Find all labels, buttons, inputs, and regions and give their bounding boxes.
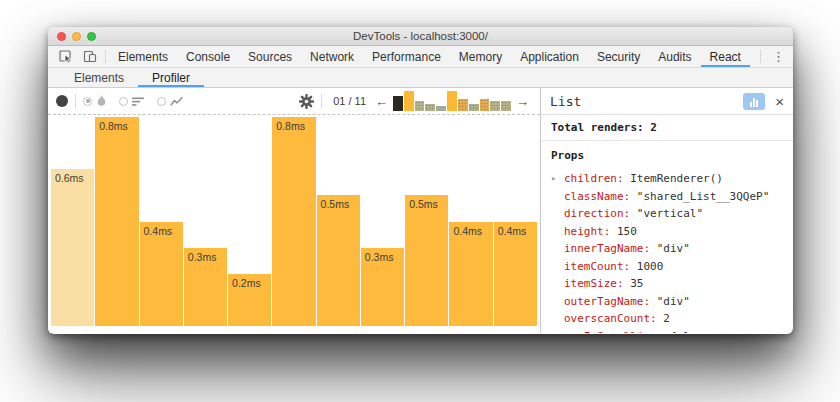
commit-duration-label: 0.4ms [498, 225, 527, 237]
tab-react[interactable]: React [701, 46, 750, 67]
snapshot-mini-bar-4[interactable] [425, 104, 435, 112]
snapshot-mini-bar-6[interactable] [447, 91, 457, 111]
component-details-panel: List × Total renders: 2 Props ▸children:… [540, 88, 793, 333]
snapshot-mini-bar-7[interactable] [458, 99, 468, 112]
commit-duration-label: 0.8ms [276, 120, 305, 132]
commit-duration-label: 0.4ms [144, 225, 173, 237]
prop-name: itemCount: [564, 260, 630, 273]
ranked-chart-icon [132, 96, 145, 107]
tab-audits[interactable]: Audits [649, 46, 700, 67]
radio-selected-icon [83, 97, 92, 106]
commit-bar-9[interactable]: 0.5ms [405, 195, 448, 326]
previous-snapshot-button[interactable]: ← [372, 95, 391, 108]
prop-value: 1000 [630, 260, 663, 273]
prop-value: 2 [657, 312, 670, 325]
prop-row-innerTagName: innerTagName: "div" [551, 240, 793, 258]
panel-header: List × [541, 88, 793, 115]
commit-bar-1[interactable]: 0.6ms [51, 169, 94, 326]
snapshot-mini-bar-11[interactable] [501, 101, 511, 111]
profiler-toolbar: 01 / 11 ← → [48, 88, 540, 115]
device-toolbar-icon[interactable] [78, 46, 102, 67]
prop-name: overscanCount: [564, 312, 657, 325]
tab-sources[interactable]: Sources [239, 46, 301, 67]
flamegraph-view-toggle[interactable] [83, 95, 107, 107]
ranked-view-toggle[interactable] [119, 96, 145, 107]
record-button[interactable] [56, 95, 68, 107]
snapshot-mini-bar-5[interactable] [436, 106, 446, 111]
snapshot-selector[interactable] [393, 91, 511, 111]
commit-duration-label: 0.6ms [55, 172, 84, 184]
commit-bar-6[interactable]: 0.8ms [272, 117, 315, 326]
devtools-window: DevTools - localhost:3000/ ElementsConso… [48, 27, 793, 334]
commit-bar-3[interactable]: 0.4ms [140, 222, 183, 327]
commit-duration-label: 0.4ms [453, 225, 482, 237]
tab-network[interactable]: Network [301, 46, 363, 67]
tab-security[interactable]: Security [588, 46, 649, 67]
titlebar: DevTools - localhost:3000/ [48, 27, 793, 46]
commit-duration-label: 0.3ms [365, 251, 394, 263]
flame-icon [96, 95, 107, 107]
extension-tabbar: ElementsProfiler [48, 68, 793, 88]
inspect-element-icon[interactable] [54, 46, 78, 67]
commit-duration-label: 0.5ms [321, 198, 350, 210]
total-renders: Total renders: 2 [541, 115, 793, 141]
prop-name: className: [564, 190, 630, 203]
tab-application[interactable]: Application [511, 46, 588, 67]
snapshot-counter: 01 / 11 [333, 95, 366, 107]
subtab-elements[interactable]: Elements [60, 68, 138, 87]
prop-row-overscanCount: overscanCount: 2 [551, 310, 793, 328]
settings-gear-icon[interactable] [299, 94, 314, 109]
total-renders-value: 2 [650, 121, 657, 134]
snapshot-mini-bar-8[interactable] [469, 104, 479, 112]
window-title: DevTools - localhost:3000/ [48, 27, 793, 45]
commit-bar-2[interactable]: 0.8ms [95, 117, 138, 326]
commit-duration-label: 0.3ms [188, 251, 217, 263]
tab-elements[interactable]: Elements [109, 46, 177, 67]
kebab-menu-icon[interactable]: ⋮ [764, 46, 793, 67]
interactions-chart-icon [170, 96, 183, 107]
prop-row-children[interactable]: ▸children: ItemRenderer() [551, 170, 793, 188]
prop-row-outerTagName: outerTagName: "div" [551, 293, 793, 311]
prop-value: 150 [610, 225, 637, 238]
commit-bar-10[interactable]: 0.4ms [449, 222, 492, 327]
radio-unselected-icon [119, 97, 128, 106]
commit-bar-4[interactable]: 0.3ms [184, 248, 227, 326]
commit-duration-label: 0.5ms [409, 198, 438, 210]
commit-bar-5[interactable]: 0.2ms [228, 274, 271, 326]
prop-value: "shared_List__3QQeP" [630, 190, 769, 203]
prop-value: "vertical" [630, 207, 703, 220]
divider [321, 94, 322, 109]
prop-name: height: [564, 225, 610, 238]
divider [760, 50, 761, 63]
divider [75, 94, 76, 109]
snapshot-mini-bar-3[interactable] [415, 101, 425, 111]
tab-memory[interactable]: Memory [450, 46, 511, 67]
prop-name: children: [564, 172, 624, 185]
prop-value: false [663, 330, 703, 334]
bar-chart-icon [750, 102, 752, 107]
snapshot-mini-bar-10[interactable] [490, 101, 500, 111]
prop-name: useIsScrolling: [564, 330, 663, 334]
render-chart-button[interactable] [743, 93, 765, 110]
interactions-view-toggle[interactable] [157, 96, 183, 107]
devtools-tabbar: ElementsConsoleSourcesNetworkPerformance… [48, 46, 793, 68]
snapshot-mini-bar-9[interactable] [480, 99, 490, 112]
tab-performance[interactable]: Performance [363, 46, 450, 67]
prop-name: direction: [564, 207, 630, 220]
snapshot-mini-bar-2[interactable] [404, 91, 414, 111]
tab-console[interactable]: Console [177, 46, 239, 67]
commit-bar-11[interactable]: 0.4ms [494, 222, 537, 327]
next-snapshot-button[interactable]: → [513, 95, 532, 108]
prop-row-useIsScrolling: useIsScrolling: false [551, 328, 793, 334]
commit-duration-label: 0.8ms [99, 120, 128, 132]
disclosure-triangle-icon[interactable]: ▸ [551, 170, 556, 188]
prop-row-itemCount: itemCount: 1000 [551, 258, 793, 276]
subtab-profiler[interactable]: Profiler [138, 68, 204, 87]
commit-bar-chart: 0.6ms0.8ms0.4ms0.3ms0.2ms0.8ms0.5ms0.3ms… [48, 115, 540, 333]
commit-bar-7[interactable]: 0.5ms [317, 195, 360, 326]
close-panel-button[interactable]: × [775, 94, 784, 109]
commit-bar-8[interactable]: 0.3ms [361, 248, 404, 326]
radio-unselected-icon [157, 97, 166, 106]
profiler-main: 01 / 11 ← → 0.6ms0.8ms0.4ms0.3ms0.2ms0.8… [48, 88, 793, 333]
snapshot-mini-bar-1[interactable] [393, 96, 403, 111]
